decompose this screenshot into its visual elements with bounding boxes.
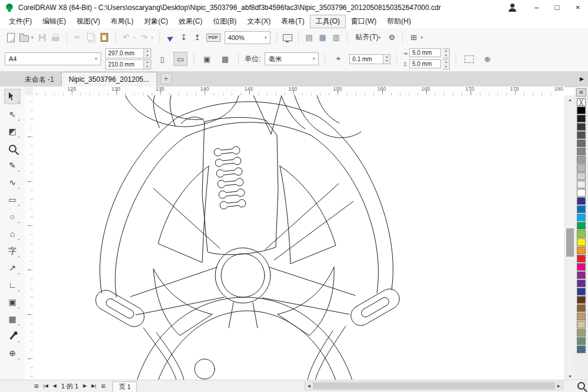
redo-button[interactable]: ↷ — [139, 32, 149, 44]
treat-as-filled-button[interactable] — [462, 52, 476, 66]
snap-to-dropdown[interactable]: 贴齐(T) ▾ — [353, 32, 383, 42]
options-button[interactable]: ⚙ — [387, 32, 396, 44]
menu-view[interactable]: 视图(V) — [71, 15, 105, 28]
application-launcher-button[interactable]: ⊞ — [409, 32, 418, 44]
open-button[interactable] — [19, 32, 29, 44]
vertical-ruler[interactable] — [25, 95, 34, 380]
dimension-tool[interactable]: ↗ — [5, 261, 20, 275]
horizontal-scroll-thumb[interactable] — [313, 383, 555, 389]
last-page-button[interactable]: ▶| — [91, 384, 96, 388]
color-swatch[interactable] — [577, 197, 586, 205]
show-guidelines-button[interactable]: ▥ — [332, 32, 341, 44]
launcher-dropdown-icon[interactable]: ▾ — [420, 35, 423, 40]
color-swatch[interactable] — [577, 313, 586, 320]
stepper-down-icon[interactable]: ▾ — [443, 65, 449, 69]
freehand-tool[interactable]: ✎ — [5, 158, 20, 172]
copy-button[interactable] — [86, 32, 96, 44]
redo-dropdown-icon[interactable]: ▾ — [151, 35, 153, 40]
flip-page-right-icon[interactable]: ⊞ — [101, 384, 106, 389]
duplicate-x-stepper[interactable]: ▴ ▾ — [443, 48, 450, 58]
color-swatch[interactable] — [577, 214, 586, 221]
drawing-canvas[interactable] — [33, 95, 564, 380]
ellipse-tool[interactable]: ○ — [5, 210, 20, 224]
mesh-fill-tool[interactable]: ▦ — [5, 312, 20, 326]
stepper-up-icon[interactable]: ▴ — [443, 60, 449, 65]
maximize-button[interactable]: □ — [547, 0, 567, 15]
color-swatch[interactable] — [577, 280, 586, 287]
menu-window[interactable]: 窗口(W) — [346, 15, 382, 28]
nudge-stepper[interactable]: ▴ ▾ — [383, 54, 390, 64]
color-swatch[interactable] — [577, 139, 586, 147]
color-swatch[interactable] — [577, 230, 586, 238]
sign-in-icon[interactable] — [507, 3, 518, 12]
nudge-offset-input[interactable]: 0.1 mm — [349, 54, 383, 64]
menu-text[interactable]: 文本(X) — [242, 15, 276, 28]
color-swatch[interactable] — [577, 148, 586, 155]
ruler-origin-corner[interactable] — [25, 87, 34, 96]
color-swatch[interactable] — [577, 263, 586, 271]
scroll-right-icon[interactable]: ▶ — [555, 384, 563, 388]
duplicate-x-input[interactable]: 5.0 mm — [409, 48, 441, 57]
export-button[interactable]: ↥ — [193, 32, 202, 44]
quick-zoom-icon[interactable] — [577, 382, 585, 390]
show-grid-button[interactable]: ▦ — [318, 32, 328, 44]
color-swatch[interactable] — [577, 222, 586, 230]
horizontal-scrollbar[interactable]: ◀ ▶ — [305, 381, 563, 390]
duplicate-y-input[interactable]: 5.0 mm — [409, 59, 441, 68]
eyedropper-tool[interactable] — [5, 329, 20, 343]
color-swatch[interactable] — [577, 288, 586, 295]
stepper-down-icon[interactable]: ▾ — [144, 65, 151, 69]
scroll-down-icon[interactable]: ▼ — [565, 372, 575, 380]
text-tool[interactable]: 字 — [5, 244, 20, 258]
stepper-up-icon[interactable]: ▴ — [144, 49, 151, 54]
palette-menu-icon[interactable]: ▤ — [576, 88, 586, 97]
menu-effects[interactable]: 效果(C) — [173, 15, 208, 28]
stepper-up-icon[interactable]: ▴ — [383, 55, 390, 59]
duplicate-y-stepper[interactable]: ▴ ▾ — [443, 59, 450, 69]
color-swatch[interactable] — [577, 238, 586, 246]
close-button[interactable]: × — [567, 0, 588, 15]
current-page-button[interactable]: ▦ — [218, 52, 232, 66]
undo-button[interactable]: ↶ — [122, 32, 131, 44]
fullscreen-preview-button[interactable] — [283, 32, 292, 44]
vertical-scroll-thumb[interactable] — [566, 228, 574, 257]
menu-object[interactable]: 对象(C) — [139, 15, 173, 28]
print-button[interactable] — [51, 32, 61, 44]
color-swatch[interactable] — [577, 115, 586, 122]
page-width-stepper[interactable]: ▴ ▾ — [144, 48, 151, 58]
first-page-button[interactable]: |◀ — [44, 384, 48, 388]
color-swatch[interactable] — [577, 107, 586, 114]
drop-shadow-tool[interactable]: ▣ — [5, 295, 20, 309]
vertical-scrollbar[interactable]: ▲ ▼ — [564, 95, 575, 380]
all-pages-button[interactable]: ▣ — [200, 52, 214, 66]
next-page-button[interactable]: ▶ — [83, 384, 86, 388]
menu-file[interactable]: 文件(F) — [4, 15, 37, 28]
minimize-button[interactable]: – — [526, 0, 547, 15]
color-swatch[interactable] — [577, 164, 586, 172]
new-document-button[interactable] — [6, 32, 15, 44]
menu-bitmaps[interactable]: 位图(B) — [208, 15, 242, 28]
landscape-button[interactable]: ▭ — [173, 52, 188, 66]
color-swatch[interactable] — [577, 189, 586, 197]
rectangle-tool[interactable]: ▭ — [5, 192, 20, 207]
show-rulers-button[interactable]: ▤ — [305, 32, 314, 44]
menu-help[interactable]: 帮助(H) — [382, 15, 416, 28]
scroll-left-icon[interactable]: ◀ — [305, 384, 313, 388]
polygon-tool[interactable]: ⌂ — [5, 227, 20, 241]
page-height-input[interactable]: 210.0 mm — [105, 59, 144, 69]
color-swatch[interactable] — [577, 181, 586, 188]
quick-customize-button[interactable]: ⊕ — [480, 52, 495, 66]
publish-pdf-button[interactable]: PDF — [206, 34, 220, 42]
color-swatch[interactable]: ╳ — [577, 98, 586, 106]
color-swatch[interactable] — [577, 205, 586, 213]
color-swatch[interactable] — [577, 329, 586, 337]
horizontal-ruler[interactable]: 125 130 135 140 145 150 155 160 165 170 … — [33, 87, 564, 96]
shape-tool[interactable]: ⇖ — [5, 107, 20, 121]
paste-button[interactable] — [100, 32, 109, 44]
cut-button[interactable]: ✂ — [73, 32, 82, 44]
stepper-down-icon[interactable]: ▾ — [443, 54, 449, 58]
color-swatch[interactable] — [577, 156, 586, 164]
color-swatch[interactable] — [577, 304, 586, 312]
zoom-level-combo[interactable]: 400% ▾ — [225, 31, 270, 44]
color-swatch[interactable] — [577, 346, 586, 353]
